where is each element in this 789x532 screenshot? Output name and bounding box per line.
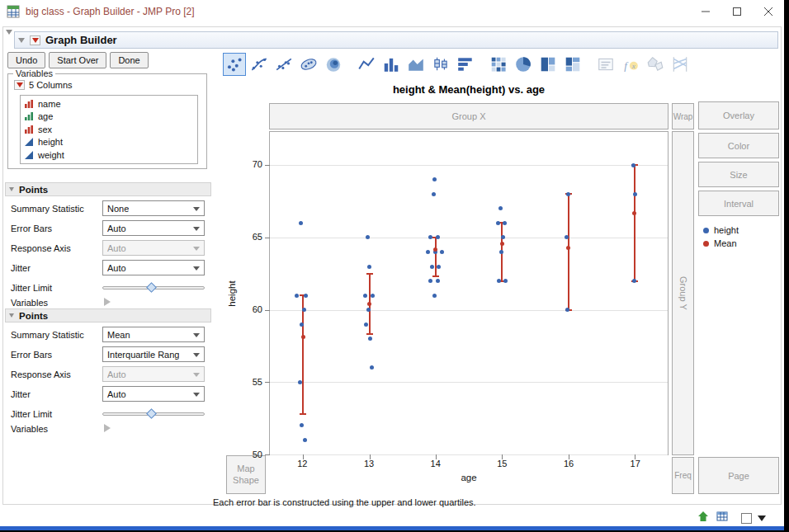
- home-window-icon[interactable]: [697, 510, 710, 526]
- height-point[interactable]: [498, 206, 503, 210]
- graph-type-mosaic-icon[interactable]: [561, 53, 584, 76]
- height-point[interactable]: [437, 265, 441, 269]
- height-point[interactable]: [632, 279, 636, 283]
- group-y-dropzone[interactable]: Group Y: [672, 131, 694, 455]
- mean-point[interactable]: [632, 211, 636, 215]
- points-panel-2-header[interactable]: Points: [5, 308, 211, 322]
- interquartile-error-bar[interactable]: [634, 165, 635, 280]
- overlay-dropzone[interactable]: Overlay: [698, 101, 779, 129]
- page-dropzone[interactable]: Page: [698, 457, 779, 494]
- graph-type-parallel-icon[interactable]: [669, 53, 692, 76]
- disclosure-triangle-icon[interactable]: [18, 38, 25, 43]
- list-item[interactable]: name: [24, 97, 194, 111]
- graph-type-map-shapes-icon[interactable]: [644, 53, 667, 76]
- jitter-select-panel2[interactable]: Auto: [102, 386, 205, 402]
- height-point[interactable]: [368, 337, 372, 341]
- height-point[interactable]: [371, 294, 375, 298]
- group-x-dropzone[interactable]: Group X: [269, 103, 669, 129]
- height-point[interactable]: [295, 294, 299, 298]
- graph-type-contour-icon[interactable]: [322, 53, 345, 76]
- points-panel-1-header[interactable]: Points: [5, 182, 211, 196]
- graph-type-area-icon[interactable]: [404, 53, 428, 76]
- summary-statistic-select-panel2[interactable]: Mean: [102, 327, 205, 342]
- height-point[interactable]: [366, 235, 370, 239]
- height-point[interactable]: [432, 192, 436, 196]
- list-item[interactable]: sex: [24, 123, 194, 136]
- height-point[interactable]: [501, 235, 505, 239]
- graph-type-bar-icon[interactable]: [380, 53, 403, 76]
- height-point[interactable]: [367, 265, 371, 269]
- graph-type-heatmap-icon[interactable]: [487, 53, 510, 76]
- height-point[interactable]: [428, 279, 432, 283]
- height-point[interactable]: [430, 265, 434, 269]
- height-point[interactable]: [566, 192, 570, 196]
- y-axis-title[interactable]: height: [224, 131, 239, 455]
- jitter-limit-slider-panel2[interactable]: [102, 407, 205, 421]
- window-list-caret-icon[interactable]: [758, 516, 766, 521]
- height-point[interactable]: [299, 221, 303, 225]
- wrap-dropzone[interactable]: Wrap: [672, 103, 694, 129]
- height-point[interactable]: [432, 294, 437, 298]
- interquartile-error-bar[interactable]: [435, 238, 437, 276]
- y-axis-labels[interactable]: 5055606570: [241, 131, 264, 455]
- height-point[interactable]: [497, 279, 501, 283]
- height-point[interactable]: [303, 438, 307, 442]
- graph-type-histogram-icon[interactable]: [454, 53, 477, 76]
- height-point[interactable]: [633, 192, 637, 196]
- red-triangle-button[interactable]: [30, 35, 40, 45]
- freq-dropzone[interactable]: Freq: [672, 457, 694, 494]
- list-item[interactable]: height: [24, 136, 194, 149]
- height-point[interactable]: [363, 294, 367, 298]
- graph-type-ellipse-icon[interactable]: [297, 53, 320, 76]
- height-point[interactable]: [426, 250, 430, 254]
- height-point[interactable]: [436, 235, 440, 239]
- mean-point[interactable]: [367, 302, 371, 306]
- error-bars-select-panel1[interactable]: Auto: [102, 220, 205, 236]
- height-point[interactable]: [300, 423, 304, 427]
- map-shape-dropzone[interactable]: Map Shape: [226, 455, 266, 494]
- data-table-icon[interactable]: [716, 510, 729, 526]
- graph-type-formula-icon[interactable]: fx: [619, 53, 642, 76]
- height-point[interactable]: [565, 308, 569, 312]
- legend-item[interactable]: Mean: [703, 237, 782, 250]
- list-item[interactable]: weight: [24, 148, 194, 162]
- start-over-button[interactable]: Start Over: [49, 52, 106, 68]
- error-bars-select-panel2[interactable]: Interquartile Rang: [102, 346, 205, 362]
- legend-item[interactable]: height: [703, 224, 782, 237]
- height-point[interactable]: [302, 308, 306, 312]
- disclosure-triangle-icon[interactable]: [6, 30, 12, 35]
- height-point[interactable]: [364, 322, 368, 327]
- height-point[interactable]: [499, 250, 503, 254]
- interquartile-error-bar[interactable]: [302, 295, 304, 414]
- jitter-select-panel1[interactable]: Auto: [102, 260, 205, 275]
- height-point[interactable]: [300, 322, 304, 327]
- maximize-button[interactable]: [721, 0, 753, 23]
- expand-triangle-icon[interactable]: [104, 298, 111, 306]
- height-point[interactable]: [428, 235, 432, 239]
- slider-thumb[interactable]: [146, 408, 157, 419]
- color-dropzone[interactable]: Color: [698, 133, 779, 158]
- plot-area[interactable]: [269, 131, 669, 455]
- height-point[interactable]: [503, 221, 507, 225]
- list-item[interactable]: age: [24, 111, 194, 124]
- height-point[interactable]: [503, 279, 508, 283]
- jitter-limit-slider-panel1[interactable]: [102, 280, 205, 295]
- expand-triangle-icon[interactable]: [104, 424, 111, 432]
- graph-type-points-icon[interactable]: [223, 53, 246, 76]
- done-button[interactable]: Done: [110, 52, 148, 68]
- height-point[interactable]: [436, 279, 440, 283]
- mean-point[interactable]: [433, 247, 437, 252]
- graph-type-pie-icon[interactable]: [512, 53, 535, 76]
- height-point[interactable]: [496, 221, 500, 225]
- graph-type-treemap-icon[interactable]: [536, 53, 560, 76]
- close-button[interactable]: [753, 0, 784, 23]
- mean-point[interactable]: [566, 246, 570, 250]
- height-point[interactable]: [304, 294, 308, 298]
- height-point[interactable]: [298, 380, 302, 384]
- minimize-button[interactable]: [690, 0, 721, 23]
- undo-button[interactable]: Undo: [7, 52, 45, 68]
- graph-type-box-plot-icon[interactable]: [429, 53, 452, 76]
- graph-type-line-of-fit-icon[interactable]: [272, 53, 295, 76]
- height-point[interactable]: [440, 250, 444, 254]
- graph-type-line-icon[interactable]: [355, 53, 378, 76]
